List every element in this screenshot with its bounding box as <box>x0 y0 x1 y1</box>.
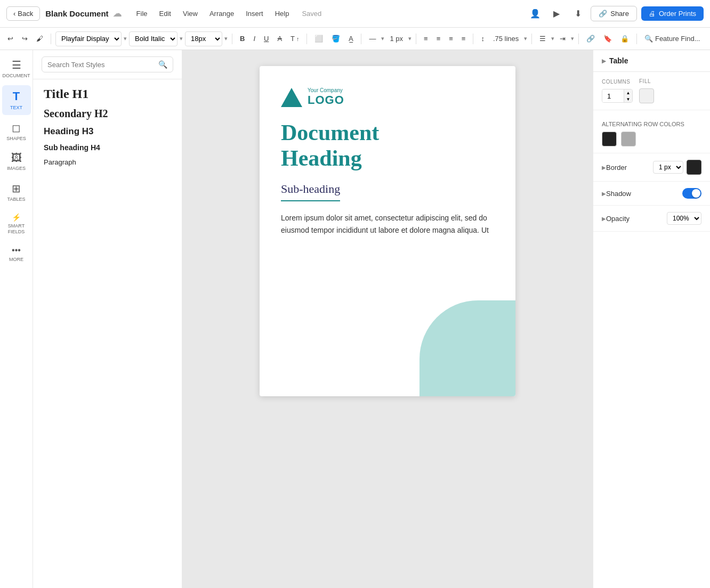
canvas-area[interactable]: Your Company LOGO DocumentHeading Sub-he… <box>182 50 593 588</box>
feature-find-button[interactable]: 🔍 Feature Find... <box>641 31 703 46</box>
doc-paragraph[interactable]: Lorem ipsum dolor sit amet, consectetur … <box>281 212 494 236</box>
color-swatch-gray[interactable] <box>621 132 636 146</box>
align-right-button[interactable]: ≡ <box>446 31 456 46</box>
sidebar-item-images[interactable]: 🖼 IMAGES <box>2 148 31 176</box>
strikethrough-button[interactable]: A <box>274 31 285 46</box>
fill-swatch[interactable] <box>639 88 654 103</box>
document-page: Your Company LOGO DocumentHeading Sub-he… <box>260 66 515 396</box>
panel-header: 🔍 <box>33 50 182 79</box>
images-icon: 🖼 <box>11 152 22 164</box>
right-panel-title: Table <box>609 56 628 65</box>
menu-file[interactable]: File <box>131 7 153 20</box>
sidebar-item-document[interactable]: ☰ DOCUMENT <box>2 54 31 83</box>
redo-button[interactable]: ↪ <box>19 31 31 46</box>
fill-color-button[interactable]: 🪣 <box>328 31 343 46</box>
download-button[interactable]: ⬇ <box>569 5 586 22</box>
sidebar-item-text[interactable]: T TEXT <box>2 85 31 115</box>
print-icon: 🖨 <box>649 10 656 18</box>
text-styles-panel: 🔍 Title H1 Secondary H2 Heading H3 Sub h… <box>33 50 182 588</box>
menu-insert[interactable]: Insert <box>240 7 269 20</box>
style-paragraph[interactable]: Paragraph <box>42 157 173 167</box>
increment-button[interactable]: ▲ <box>624 89 632 96</box>
sidebar-item-tables[interactable]: ⊞ TABLES <box>2 178 31 207</box>
text-icon: T <box>13 89 20 103</box>
doc-title: Blank Document ☁ <box>45 9 121 19</box>
superscript-button[interactable]: T↑ <box>287 31 302 46</box>
font-family-select[interactable]: Playfair Display <box>55 31 122 46</box>
share-button[interactable]: 🔗 Share <box>591 6 637 21</box>
menu-arrange[interactable]: Arrange <box>204 7 239 20</box>
line-width-button[interactable]: 1 px <box>386 31 406 46</box>
link-button[interactable]: 🔗 <box>583 31 598 46</box>
shadow-expand-icon[interactable]: ▶ <box>602 191 606 197</box>
text-color-button[interactable]: A̲ <box>345 31 357 46</box>
alternating-colors-section: ALTERNATING ROW COLORS <box>593 110 710 153</box>
top-bar: ‹ Back Blank Document ☁ File Edit View A… <box>0 0 710 28</box>
present-button[interactable]: ▶ <box>548 5 565 22</box>
style-title-h1[interactable]: Title H1 <box>42 86 173 102</box>
logo-word: LOGO <box>308 93 344 107</box>
line-height-value[interactable]: .75 lines <box>490 31 522 46</box>
underline-button[interactable]: U <box>261 31 272 46</box>
undo-button[interactable]: ↩ <box>4 31 17 46</box>
indent-button[interactable]: ⇥ <box>556 31 569 46</box>
shadow-section: ▶ Shadow <box>593 182 710 206</box>
line-style-button[interactable]: — <box>366 31 379 46</box>
font-size-select[interactable]: 18px <box>185 31 222 46</box>
text-box-button[interactable]: ⬜ <box>311 31 326 46</box>
lock-button[interactable]: 🔒 <box>617 31 632 46</box>
shadow-row: ▶ Shadow <box>602 188 701 199</box>
align-center-button[interactable]: ≡ <box>433 31 444 46</box>
bookmark-button[interactable]: 🔖 <box>600 31 615 46</box>
opacity-select[interactable]: 100% <box>667 212 701 225</box>
columns-input[interactable] <box>602 90 624 102</box>
expand-arrow-icon[interactable]: ▶ <box>602 58 606 64</box>
bold-button[interactable]: B <box>237 31 248 46</box>
font-style-select[interactable]: Bold Italic <box>129 31 178 46</box>
style-secondary-h2[interactable]: Secondary H2 <box>42 107 173 121</box>
opacity-section: ▶ Opacity 100% <box>593 206 710 232</box>
separator9 <box>636 34 637 44</box>
decrement-button[interactable]: ▼ <box>624 96 632 102</box>
justify-button[interactable]: ≡ <box>458 31 469 46</box>
shadow-toggle[interactable] <box>682 188 701 199</box>
toggle-knob <box>692 189 700 198</box>
share-label: Share <box>610 10 629 18</box>
align-left-button[interactable]: ≡ <box>421 31 431 46</box>
border-color-swatch[interactable] <box>687 160 701 175</box>
lh-chevron: ▾ <box>524 35 527 42</box>
border-label: Border <box>606 164 627 172</box>
shadow-label: Shadow <box>606 190 631 198</box>
style-sub-heading-h4[interactable]: Sub heading H4 <box>42 142 173 153</box>
menu-view[interactable]: View <box>178 7 203 20</box>
search-box[interactable]: 🔍 <box>42 56 173 72</box>
logo-text: Your Company LOGO <box>308 87 344 107</box>
line-height-button[interactable]: ↕ <box>478 31 488 46</box>
user-icon-button[interactable]: 👤 <box>527 5 544 22</box>
list-button[interactable]: ☰ <box>536 31 549 46</box>
line-chevron: ▾ <box>381 35 384 42</box>
order-prints-button[interactable]: 🖨 Order Prints <box>641 6 704 21</box>
sidebar-item-shapes[interactable]: ◻ SHAPES <box>2 117 31 146</box>
style-heading-h3[interactable]: Heading H3 <box>42 125 173 138</box>
search-input[interactable] <box>47 61 154 69</box>
sidebar-item-smart-fields[interactable]: ⚡ SMART FIELDS <box>2 209 31 239</box>
toolbar: ↩ ↪ 🖌 Playfair Display ▾ Bold Italic ▾ 1… <box>0 28 710 50</box>
paint-format-button[interactable]: 🖌 <box>33 31 46 46</box>
menu-help[interactable]: Help <box>270 7 295 20</box>
back-label: Back <box>18 10 33 18</box>
chevron-icon3: ▾ <box>224 35 228 42</box>
sidebar-item-more[interactable]: ••• MORE <box>2 241 31 267</box>
columns-input-group[interactable]: ▲ ▼ <box>602 89 633 103</box>
color-swatch-black[interactable] <box>602 132 617 146</box>
back-button[interactable]: ‹ Back <box>6 6 40 21</box>
border-width-select[interactable]: 1 px <box>653 161 683 174</box>
border-expand-icon[interactable]: ▶ <box>602 165 606 170</box>
fill-label: FILL <box>639 78 654 84</box>
separator2 <box>232 34 232 44</box>
italic-button[interactable]: I <box>250 31 259 46</box>
opacity-expand-icon[interactable]: ▶ <box>602 216 606 222</box>
doc-subheading[interactable]: Sub-heading <box>281 182 340 201</box>
doc-heading[interactable]: DocumentHeading <box>281 120 494 172</box>
menu-edit[interactable]: Edit <box>154 7 176 20</box>
